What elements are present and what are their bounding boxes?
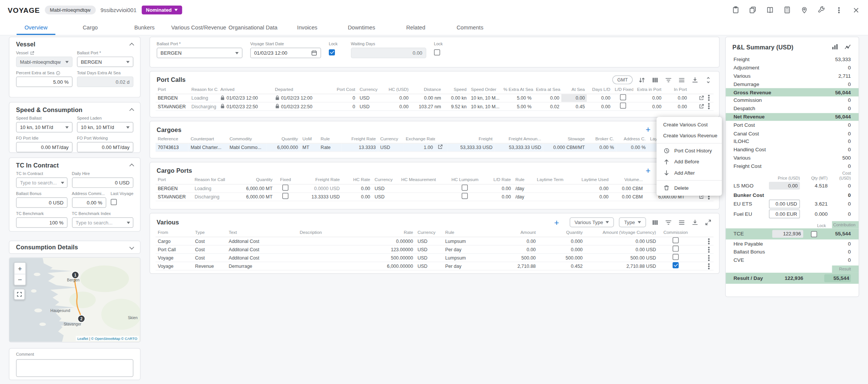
col-header[interactable]: L/D Rate xyxy=(483,176,513,184)
cell-rule[interactable]: Lumpsum xyxy=(443,237,485,245)
expand-icon[interactable] xyxy=(704,218,712,226)
cell-currency[interactable]: USD xyxy=(415,237,443,245)
cell-rate[interactable]: 0.00000 xyxy=(368,237,415,245)
cell-in-port[interactable]: 0.00 xyxy=(663,102,689,110)
various-row[interactable]: Cargo Cost Additonal Cost 0.00000 USD Lu… xyxy=(156,237,714,245)
cell-extra-port[interactable]: 0.00 xyxy=(633,102,663,110)
cell-currency[interactable]: USD xyxy=(415,253,443,262)
cell-counterpart[interactable]: Mabl Charter... xyxy=(188,143,227,151)
comment-input[interactable] xyxy=(16,359,134,377)
col-header[interactable]: Counterpart xyxy=(188,135,227,143)
cell-distance[interactable]: 0.00 nm xyxy=(411,94,443,102)
ballast-port-select[interactable]: BERGEN xyxy=(77,57,133,67)
cell-type[interactable]: Cost xyxy=(193,245,226,253)
cell-ld-rate[interactable]: 0.00 xyxy=(483,192,513,201)
speed-ballast-select[interactable]: 10 kn, 10 MT/d xyxy=(16,122,73,132)
cell-reason[interactable]: Discharging xyxy=(189,102,218,110)
cell-amount[interactable]: 2,710.88 xyxy=(485,262,538,270)
cell-currency[interactable]: USD xyxy=(358,94,381,102)
tools-icon[interactable] xyxy=(817,6,826,15)
cell-description[interactable] xyxy=(298,245,368,253)
cell-amount-voyage-currency[interactable]: 2,710.88 USD xyxy=(585,262,658,270)
open-row-icon[interactable] xyxy=(698,95,704,101)
cell-address-commission[interactable]: 0.00 % xyxy=(616,143,648,151)
col-header[interactable]: Freight xyxy=(447,135,495,143)
calculator-icon[interactable] xyxy=(783,6,792,15)
port-call-row[interactable]: STAVANGER Discharging 01/02/23 22:50 01/… xyxy=(156,102,714,110)
col-header[interactable]: Rule xyxy=(318,135,341,143)
tc-benchmark-input[interactable] xyxy=(16,217,67,228)
add-various-button[interactable]: + xyxy=(553,218,560,226)
total-days-extra-input[interactable] xyxy=(77,77,133,87)
gmt-chip[interactable]: GMT xyxy=(612,75,633,84)
route-map[interactable]: 1 2 Bergen Haugesund Stavanger Skien + −… xyxy=(9,257,141,343)
menu-item-create-various-revenue[interactable]: Create Various Revenue xyxy=(657,130,722,141)
tce-input[interactable] xyxy=(772,230,803,238)
cell-speed[interactable]: 9.52 kn xyxy=(443,102,469,110)
row-menu-icon[interactable] xyxy=(708,257,709,258)
col-header[interactable]: Quantity xyxy=(538,229,585,237)
cell-text[interactable]: Demurrage xyxy=(226,262,297,270)
col-header[interactable]: Broker C. xyxy=(587,135,616,143)
cell-currency[interactable]: USD xyxy=(378,143,403,151)
clipboard-icon[interactable] xyxy=(731,6,740,15)
col-header[interactable]: HC Measurement xyxy=(399,176,447,184)
fuel-eu-price-input[interactable] xyxy=(769,210,800,219)
tab[interactable]: Organisational Data xyxy=(226,20,280,35)
tab[interactable]: Overview xyxy=(9,20,63,35)
col-header[interactable]: Currency xyxy=(378,135,403,143)
cell-freight[interactable]: 53,333.33 USD xyxy=(447,143,495,151)
col-header[interactable]: Speed Order xyxy=(469,86,501,94)
col-header[interactable]: Type xyxy=(193,229,226,237)
col-header[interactable]: Commodity xyxy=(227,135,266,143)
col-header[interactable]: Reason for Call xyxy=(192,176,233,184)
filter-icon[interactable] xyxy=(664,218,672,226)
cell-quantity[interactable]: 0.452 xyxy=(538,262,585,270)
cell-in-port[interactable]: 0.00 xyxy=(663,94,689,102)
col-header[interactable]: L/D Fixed xyxy=(613,86,633,94)
cell-rate[interactable]: 6,000.00000 xyxy=(368,262,415,270)
col-header[interactable]: HC Rate xyxy=(342,176,373,184)
col-header[interactable]: Port Cost xyxy=(332,86,358,94)
cargo-port-row[interactable]: BERGEN Loading 6,000.00 MT 0.0000 USD 0.… xyxy=(156,184,714,192)
cell-speed-order[interactable]: 10 kn, 10 M... xyxy=(469,102,501,110)
cell-amount[interactable]: 0.00 xyxy=(485,245,538,253)
row-menu-icon[interactable] xyxy=(708,97,709,99)
cell-quantity[interactable]: 6,000.00 MT xyxy=(233,184,275,192)
col-header[interactable]: Freight Amoun... xyxy=(495,135,543,143)
cell-laytime-used[interactable]: 0.00 xyxy=(574,192,611,201)
cell-amount[interactable]: 500.00 xyxy=(485,253,538,262)
cell-currency[interactable]: USD xyxy=(372,192,399,201)
tab[interactable]: Various Cost/Revenue xyxy=(172,20,226,35)
col-header[interactable]: Port xyxy=(156,176,193,184)
lock-date-checkbox[interactable] xyxy=(329,49,335,55)
status-badge[interactable]: Nominated xyxy=(142,6,182,15)
various-row[interactable]: Port Call Cost Additonal Cost 123.00000 … xyxy=(156,245,714,253)
ballast-bonus-input[interactable] xyxy=(16,197,67,208)
cell-port[interactable]: BERGEN xyxy=(156,184,193,192)
tab[interactable]: Comments xyxy=(443,20,497,35)
cell-stowage[interactable]: 0.000 CBM/MT xyxy=(543,143,587,151)
col-header[interactable]: Laytime Used xyxy=(574,176,611,184)
cell-arrived[interactable]: 01/02/23 12:00 xyxy=(218,94,273,102)
cell-volume[interactable]: 0.00 CBM xyxy=(611,192,645,201)
cell-reference[interactable]: 70743613 xyxy=(156,143,188,151)
col-header[interactable]: Quantity xyxy=(233,176,275,184)
cell-rule[interactable]: /day xyxy=(513,192,535,201)
fo-port-working-input[interactable] xyxy=(77,142,133,152)
cargo-row[interactable]: 70743613 Mabl Charter... Mabl Commo... 6… xyxy=(156,143,714,151)
col-header[interactable]: Currency xyxy=(415,229,443,237)
cell-arrived[interactable]: 01/02/23 22:50 xyxy=(218,102,273,110)
hc-lumpsum-checkbox[interactable] xyxy=(462,193,468,199)
carto-link[interactable]: © CARTO xyxy=(121,336,138,340)
zoom-out-button[interactable]: − xyxy=(14,274,25,285)
trend-chart-icon[interactable] xyxy=(844,43,852,51)
tab[interactable]: Cargo xyxy=(63,20,118,35)
address-commission-input[interactable] xyxy=(72,197,106,208)
cell-extra-sea[interactable]: 0.00 xyxy=(534,94,562,102)
col-header[interactable]: Extra at Sea xyxy=(534,86,562,94)
col-header[interactable]: Arrived xyxy=(218,86,273,94)
col-header[interactable]: Amount xyxy=(485,229,538,237)
fullscreen-button[interactable] xyxy=(14,289,25,300)
cell-freight-amount[interactable]: 53,333.33 USD xyxy=(495,143,543,151)
